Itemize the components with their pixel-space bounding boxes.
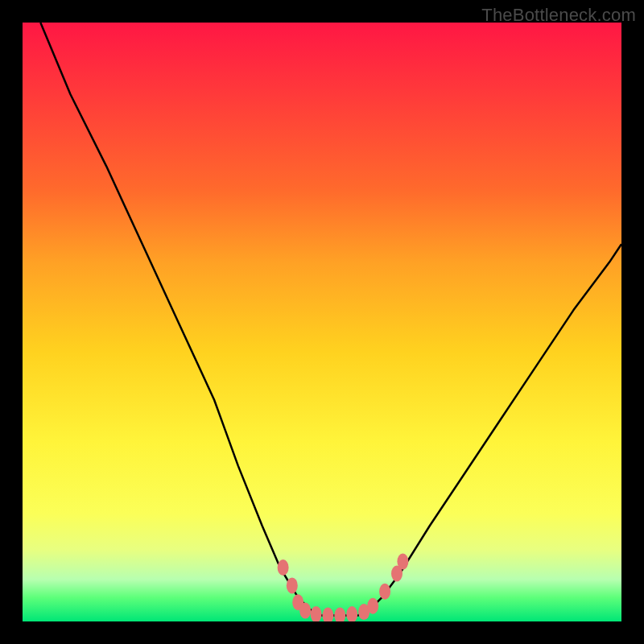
curve-marker — [287, 577, 298, 593]
curve-path — [40, 23, 621, 616]
curve-marker — [397, 554, 408, 570]
plot-area — [23, 23, 621, 621]
chart-frame: TheBottleneck.com — [0, 0, 644, 644]
curve-marker — [299, 603, 311, 619]
curve-marker — [278, 559, 289, 576]
curve-marker — [334, 608, 345, 621]
curve-marker — [367, 598, 378, 614]
watermark-text: TheBottleneck.com — [481, 5, 636, 26]
bottleneck-curve — [23, 23, 621, 621]
curve-marker — [379, 584, 390, 600]
curve-marker — [346, 606, 357, 621]
curve-marker — [311, 606, 322, 621]
curve-marker — [322, 608, 333, 621]
